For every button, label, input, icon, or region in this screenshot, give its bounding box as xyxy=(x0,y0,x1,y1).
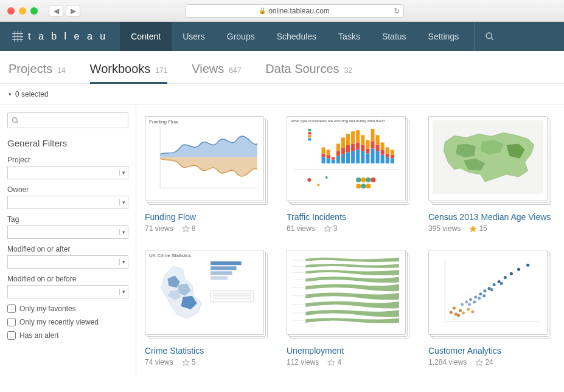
workbook-thumbnail[interactable] xyxy=(428,116,555,207)
filters-heading: General Filters xyxy=(7,138,128,148)
nav-tasks[interactable]: Tasks xyxy=(327,22,371,51)
selection-bar[interactable]: ▾ 0 selected xyxy=(0,84,564,105)
nav-content[interactable]: Content xyxy=(120,22,172,51)
star-count[interactable]: 8 xyxy=(182,224,196,233)
workbook-thumbnail[interactable]: Funding Flow xyxy=(145,116,272,207)
tab-count: 647 xyxy=(229,66,241,75)
svg-rect-24 xyxy=(341,137,345,148)
star-icon xyxy=(475,359,483,366)
svg-point-99 xyxy=(465,300,468,303)
map-preview-icon xyxy=(433,120,543,194)
svg-marker-68 xyxy=(470,225,476,232)
svg-rect-41 xyxy=(371,141,374,148)
tab-datasources[interactable]: Data Sources 32 xyxy=(265,62,352,83)
star-count[interactable]: 4 xyxy=(327,358,341,366)
browser-chrome: ◀ ▶ 🔒 online.tableau.com ↻ xyxy=(0,0,564,22)
svg-point-62 xyxy=(371,177,375,182)
svg-rect-35 xyxy=(361,145,364,151)
svg-point-92 xyxy=(459,309,462,312)
workbook-card[interactable]: UK Crime Statistics xyxy=(145,250,272,366)
svg-point-95 xyxy=(467,308,470,311)
logo[interactable]: t a b l e a u xyxy=(0,22,120,51)
star-count[interactable]: 3 xyxy=(324,224,338,233)
filter-label-mod-after: Modified on or after xyxy=(7,245,128,253)
svg-point-108 xyxy=(510,272,513,275)
svg-rect-36 xyxy=(361,135,364,145)
svg-rect-20 xyxy=(336,151,340,156)
nav-users[interactable]: Users xyxy=(172,22,216,51)
workbook-card[interactable]: Unemployment 112 views 4 xyxy=(287,250,414,366)
sidebar-search[interactable] xyxy=(7,112,128,128)
workbook-thumbnail[interactable]: UK Crime Statistics xyxy=(145,250,272,341)
sidebar-search-input[interactable] xyxy=(23,116,124,125)
maximize-window-icon[interactable] xyxy=(30,7,38,15)
svg-point-109 xyxy=(517,268,520,271)
svg-point-110 xyxy=(468,303,471,306)
svg-point-56 xyxy=(307,178,311,182)
checkbox[interactable] xyxy=(7,304,16,313)
filter-mod-after[interactable]: ▾ xyxy=(7,255,128,269)
svg-point-116 xyxy=(526,264,529,267)
filter-project[interactable]: ▾ xyxy=(7,166,128,179)
chevron-down-icon: ▾ xyxy=(119,259,125,265)
nav-status[interactable]: Status xyxy=(371,22,417,51)
filter-mod-before[interactable]: ▾ xyxy=(7,285,128,298)
star-filled-icon xyxy=(469,225,477,233)
nav-search[interactable] xyxy=(475,22,504,51)
checkbox[interactable] xyxy=(7,331,16,340)
checkbox[interactable] xyxy=(7,318,16,326)
workbook-card[interactable]: Census 2013 Median Age Views 395 views 1… xyxy=(428,116,555,233)
workbook-title[interactable]: Census 2013 Median Age Views xyxy=(428,212,555,222)
workbook-title[interactable]: Customer Analytics xyxy=(428,346,555,356)
tab-workbooks[interactable]: Workbooks 171 xyxy=(90,62,168,83)
browser-nav: ◀ ▶ xyxy=(49,5,80,17)
nav-schedules[interactable]: Schedules xyxy=(266,22,327,51)
reload-icon[interactable]: ↻ xyxy=(394,7,400,15)
svg-rect-34 xyxy=(361,151,364,163)
workbook-title[interactable]: Funding Flow xyxy=(145,212,272,222)
svg-rect-22 xyxy=(341,154,345,163)
svg-rect-28 xyxy=(351,151,355,163)
workbook-thumbnail[interactable] xyxy=(287,250,414,341)
filter-tag[interactable]: ▾ xyxy=(7,225,128,239)
tab-views[interactable]: Views 647 xyxy=(192,62,241,83)
minimize-window-icon[interactable] xyxy=(19,7,26,15)
workbook-card[interactable]: Funding Flow Funding Flow 71 views 8 xyxy=(145,116,272,233)
search-icon xyxy=(485,32,495,41)
star-count[interactable]: 5 xyxy=(182,358,196,366)
chevron-down-icon: ▾ xyxy=(119,199,125,205)
check-favorites[interactable]: Only my favorites xyxy=(7,304,128,313)
filter-owner[interactable]: ▾ xyxy=(7,196,128,209)
star-count[interactable]: 15 xyxy=(469,224,487,233)
url-bar[interactable]: 🔒 online.tableau.com ↻ xyxy=(185,4,404,18)
forward-button[interactable]: ▶ xyxy=(66,5,80,17)
nav-settings[interactable]: Settings xyxy=(417,22,470,51)
nav-groups[interactable]: Groups xyxy=(216,22,266,51)
close-window-icon[interactable] xyxy=(7,7,15,15)
workbook-thumbnail[interactable] xyxy=(428,250,555,341)
tab-count: 171 xyxy=(155,66,167,75)
star-count[interactable]: 24 xyxy=(475,358,493,366)
svg-point-103 xyxy=(483,289,486,292)
filter-label-owner: Owner xyxy=(7,185,128,194)
workbook-card[interactable]: Customer Analytics 1,284 views 24 xyxy=(428,250,555,366)
workbook-card[interactable]: What type of incidents are occuring and … xyxy=(287,116,414,233)
svg-point-65 xyxy=(366,184,371,188)
workbook-grid: Funding Flow Funding Flow 71 views 8 xyxy=(136,105,564,377)
svg-point-93 xyxy=(453,306,456,309)
check-alert[interactable]: Has an alert xyxy=(7,331,128,340)
back-button[interactable]: ◀ xyxy=(49,5,63,17)
svg-point-114 xyxy=(490,288,493,291)
svg-rect-31 xyxy=(356,150,360,163)
svg-rect-69 xyxy=(211,261,242,265)
workbook-title[interactable]: Unemployment xyxy=(287,346,414,356)
tab-projects[interactable]: Projects 14 xyxy=(9,62,66,83)
workbook-title[interactable]: Traffic Incidents xyxy=(287,212,414,222)
svg-rect-25 xyxy=(346,153,350,163)
workbook-title[interactable]: Crime Statistics xyxy=(145,346,272,356)
check-recent[interactable]: Only my recently viewed xyxy=(7,318,128,326)
svg-point-2 xyxy=(13,117,18,122)
workbook-thumbnail[interactable]: What type of incidents are occuring and … xyxy=(287,116,414,207)
svg-rect-48 xyxy=(381,142,385,150)
star-icon xyxy=(324,225,332,233)
